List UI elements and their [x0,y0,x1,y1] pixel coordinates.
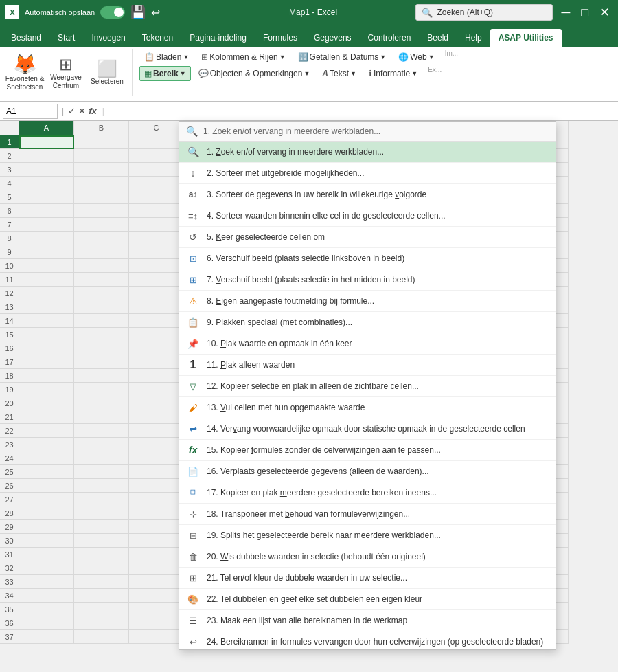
menu-item-24[interactable]: ↩ 24. Bereiknamen in formules vervangen … [179,631,556,650]
cell-25-2[interactable] [129,465,184,479]
cell-35-2[interactable] [129,603,184,616]
btn-kolommen-rijen[interactable]: ⊞ Kolommen & Rijen ▼ [196,49,290,65]
cell-9-1[interactable] [74,245,129,259]
cell-13-0[interactable] [19,300,74,314]
menu-item-5[interactable]: ↺ 5. Keer geselecteerde cellen om [179,227,556,248]
name-box[interactable]: A1 [3,104,58,119]
row-header-2[interactable]: 2 [0,149,19,163]
cell-24-0[interactable] [19,451,74,465]
cell-15-0[interactable] [19,328,74,341]
cell-31-2[interactable] [129,548,184,561]
cell-11-2[interactable] [129,273,184,287]
menu-item-11[interactable]: 1 11. Plak alleen waarden [179,355,556,376]
cell-34-2[interactable] [129,589,184,603]
cell-31-0[interactable] [19,548,74,561]
cell-19-2[interactable] [129,383,184,396]
cell-30-0[interactable] [19,534,74,548]
cell-36-0[interactable] [19,616,74,630]
cell-23-1[interactable] [74,438,129,451]
tab-controleren[interactable]: Controleren [360,29,420,47]
cell-29-1[interactable] [74,520,129,534]
tab-tekenen[interactable]: Tekenen [134,29,181,47]
cell-2-1[interactable] [74,149,129,163]
cell-24-2[interactable] [129,451,184,465]
row-header-36[interactable]: 36 [0,616,19,630]
fx-icon[interactable]: fx [89,106,97,116]
cell-35-0[interactable] [19,603,74,616]
row-header-23[interactable]: 23 [0,438,19,451]
cell-5-2[interactable] [129,190,184,204]
cell-2-2[interactable] [129,149,184,163]
cell-32-2[interactable] [129,561,184,575]
btn-weergave-centrum[interactable]: ⊞ WeergaveCentrum [47,52,85,93]
cell-36-1[interactable] [74,616,129,630]
cell-20-1[interactable] [74,396,129,410]
cell-21-2[interactable] [129,410,184,424]
cell-18-2[interactable] [129,369,184,383]
cell-20-0[interactable] [19,396,74,410]
cell-7-0[interactable] [19,218,74,232]
row-header-34[interactable]: 34 [0,589,19,603]
tab-start[interactable]: Start [49,29,83,47]
cell-28-1[interactable] [74,506,129,520]
cell-2-0[interactable] [19,149,74,163]
row-header-12[interactable]: 12 [0,287,19,300]
btn-selecteren[interactable]: ⬜ Selecteren [88,52,126,93]
menu-item-7[interactable]: ⊞ 7. Verschuif beeld (plaats selectie in… [179,269,556,291]
cell-30-1[interactable] [74,534,129,548]
cell-10-2[interactable] [129,259,184,273]
cell-28-0[interactable] [19,506,74,520]
cell-16-1[interactable] [74,341,129,355]
btn-tekst[interactable]: A Tekst ▼ [317,66,361,81]
row-header-3[interactable]: 3 [0,163,19,177]
row-header-24[interactable]: 24 [0,451,19,465]
cell-4-1[interactable] [74,177,129,190]
cell-26-2[interactable] [129,479,184,493]
cell-6-2[interactable] [129,204,184,218]
autosave-toggle[interactable] [100,6,125,19]
cell-25-1[interactable] [74,465,129,479]
btn-objecten-opmerkingen[interactable]: 💬 Objecten & Opmerkingen ▼ [194,66,315,81]
cell-7-1[interactable] [74,218,129,232]
cell-37-2[interactable] [129,630,184,644]
tab-formules[interactable]: Formules [255,29,306,47]
btn-web[interactable]: 🌐 Web ▼ [393,49,439,65]
cell-23-2[interactable] [129,438,184,451]
cell-29-2[interactable] [129,520,184,534]
cell-11-0[interactable] [19,273,74,287]
menu-item-20[interactable]: 🗑 20. Wis dubbele waarden in selectie (b… [179,546,556,568]
cell-12-2[interactable] [129,287,184,300]
cell-c1[interactable] [129,135,184,149]
cell-35-1[interactable] [74,603,129,616]
cell-13-2[interactable] [129,300,184,314]
cell-21-1[interactable] [74,410,129,424]
cell-31-1[interactable] [74,548,129,561]
cell-33-1[interactable] [74,575,129,589]
undo-icon[interactable]: ↩ [151,6,160,19]
menu-item-3[interactable]: a↕ 3. Sorteer de gegevens in uw bereik i… [179,184,556,205]
cell-16-0[interactable] [19,341,74,355]
tab-invoegen[interactable]: Invoegen [83,29,133,47]
menu-item-6[interactable]: ⊡ 6. Verschuif beeld (plaats selectie li… [179,248,556,269]
row-header-7[interactable]: 7 [0,218,19,232]
col-header-a[interactable]: A [19,121,74,135]
row-header-10[interactable]: 10 [0,259,19,273]
tab-asap-utilities[interactable]: ASAP Utilities [490,29,562,47]
cell-10-1[interactable] [74,259,129,273]
cell-28-2[interactable] [129,506,184,520]
cell-a1[interactable] [19,135,74,149]
row-header-21[interactable]: 21 [0,410,19,424]
cell-8-1[interactable] [74,232,129,245]
cell-17-2[interactable] [129,355,184,369]
menu-item-1[interactable]: 🔍 1. Zoek en/of vervang in meerdere werk… [179,142,556,163]
cell-27-2[interactable] [129,493,184,506]
row-header-16[interactable]: 16 [0,341,19,355]
menu-item-2[interactable]: ↕ 2. Sorteer met uitgebreide mogelijkhed… [179,163,556,184]
row-header-22[interactable]: 22 [0,424,19,438]
minimize-button[interactable]: ─ [558,5,573,20]
cell-9-2[interactable] [129,245,184,259]
menu-item-17[interactable]: ⧉ 17. Kopieer en plak meerdere geselecte… [179,482,556,504]
menu-item-18[interactable]: ⊹ 18. Transponeer met behoud van formule… [179,504,556,525]
menu-item-23[interactable]: ☰ 23. Maak een lijst van alle bereikname… [179,610,556,631]
cell-32-1[interactable] [74,561,129,575]
